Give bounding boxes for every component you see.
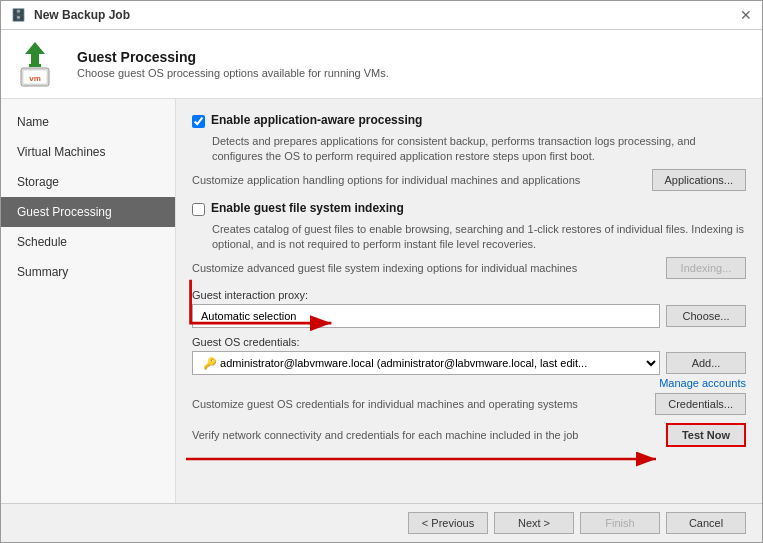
credentials-dropdown[interactable]: 🔑 administrator@labvmware.local (adminis…	[192, 351, 660, 375]
file-indexing-checkbox-row: Enable guest file system indexing	[192, 201, 746, 216]
file-indexing-customize-text: Customize advanced guest file system ind…	[192, 262, 577, 274]
proxy-row: Choose...	[192, 304, 746, 328]
sidebar: Name Virtual Machines Storage Guest Proc…	[1, 99, 176, 503]
proxy-label: Guest interaction proxy:	[192, 289, 746, 301]
sidebar-item-virtual-machines[interactable]: Virtual Machines	[1, 137, 175, 167]
file-indexing-label[interactable]: Enable guest file system indexing	[211, 201, 404, 215]
header-text: Guest Processing Choose guest OS process…	[77, 49, 389, 79]
credentials-customize-row: Customize guest OS credentials for indiv…	[192, 393, 746, 415]
file-indexing-description: Creates catalog of guest files to enable…	[212, 222, 746, 253]
file-indexing-customize-row: Customize advanced guest file system ind…	[192, 257, 746, 279]
footer: < Previous Next > Finish Cancel	[1, 503, 762, 542]
main-content: Name Virtual Machines Storage Guest Proc…	[1, 99, 762, 503]
file-indexing-checkbox[interactable]	[192, 203, 205, 216]
svg-text:vm: vm	[29, 74, 41, 83]
previous-button[interactable]: < Previous	[408, 512, 488, 534]
sidebar-item-summary[interactable]: Summary	[1, 257, 175, 287]
content-area: Enable application-aware processing Dete…	[176, 99, 762, 503]
header-title: Guest Processing	[77, 49, 389, 65]
app-aware-customize-text: Customize application handling options f…	[192, 174, 580, 186]
close-button[interactable]: ✕	[740, 7, 752, 23]
credentials-button[interactable]: Credentials...	[655, 393, 746, 415]
app-aware-customize-row: Customize application handling options f…	[192, 169, 746, 191]
sidebar-item-name[interactable]: Name	[1, 107, 175, 137]
sidebar-item-guest-processing[interactable]: Guest Processing	[1, 197, 175, 227]
sidebar-item-schedule[interactable]: Schedule	[1, 227, 175, 257]
proxy-input[interactable]	[192, 304, 660, 328]
app-aware-description: Detects and prepares applications for co…	[212, 134, 746, 165]
finish-button[interactable]: Finish	[580, 512, 660, 534]
test-now-row: Verify network connectivity and credenti…	[192, 423, 746, 447]
test-now-text: Verify network connectivity and credenti…	[192, 429, 666, 441]
indexing-button[interactable]: Indexing...	[666, 257, 746, 279]
app-aware-checkbox-row: Enable application-aware processing	[192, 113, 746, 128]
svg-marker-3	[25, 42, 45, 64]
app-aware-label[interactable]: Enable application-aware processing	[211, 113, 422, 127]
applications-button[interactable]: Applications...	[652, 169, 746, 191]
cancel-button[interactable]: Cancel	[666, 512, 746, 534]
header-subtitle: Choose guest OS processing options avail…	[77, 67, 389, 79]
sidebar-item-storage[interactable]: Storage	[1, 167, 175, 197]
next-button[interactable]: Next >	[494, 512, 574, 534]
title-bar: 🗄️ New Backup Job ✕	[1, 1, 762, 30]
app-aware-checkbox[interactable]	[192, 115, 205, 128]
window-title: New Backup Job	[34, 8, 130, 22]
header-icon: vm	[17, 40, 65, 88]
header-section: vm Guest Processing Choose guest OS proc…	[1, 30, 762, 99]
add-button[interactable]: Add...	[666, 352, 746, 374]
main-window: 🗄️ New Backup Job ✕ vm Guest Processing …	[0, 0, 763, 543]
svg-rect-4	[29, 64, 41, 67]
test-now-button[interactable]: Test Now	[666, 423, 746, 447]
window-icon: 🗄️	[11, 8, 26, 22]
credentials-customize-text: Customize guest OS credentials for indiv…	[192, 398, 578, 410]
credentials-row: 🔑 administrator@labvmware.local (adminis…	[192, 351, 746, 375]
credentials-label: Guest OS credentials:	[192, 336, 746, 348]
manage-accounts-link[interactable]: Manage accounts	[192, 377, 746, 389]
choose-button[interactable]: Choose...	[666, 305, 746, 327]
